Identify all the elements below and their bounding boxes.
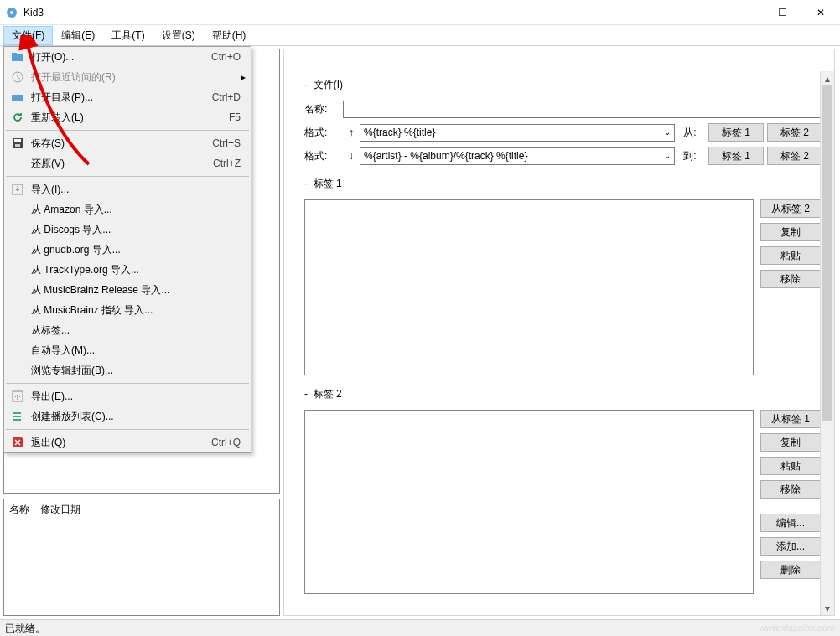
tag1-remove-button[interactable]: 移除 (760, 270, 821, 288)
scrollbar-thumb[interactable] (822, 85, 832, 421)
svg-rect-12 (13, 416, 21, 417)
playlist-icon (9, 410, 26, 423)
format1-combo[interactable]: %{track} %{title}⌄ (360, 124, 675, 142)
tag2-paste-button[interactable]: 粘贴 (760, 457, 821, 475)
from-tag2-button[interactable]: 标签 2 (767, 123, 822, 142)
menu-settings[interactable]: 设置(S) (153, 26, 204, 45)
tag1-paste-button[interactable]: 粘贴 (760, 246, 821, 265)
from-tag1-button[interactable]: 标签 1 (708, 123, 764, 142)
up-arrow-icon: ↑ (343, 127, 360, 138)
name-label: 名称: (304, 102, 343, 116)
to-tag1-button[interactable]: 标签 1 (708, 147, 764, 165)
tag2-box[interactable] (304, 410, 754, 594)
format2-combo[interactable]: %{artist} - %{album}/%{track} %{title}⌄ (360, 147, 675, 165)
svg-point-1 (10, 11, 13, 14)
menu-open[interactable]: 打开(O)...Ctrl+O (4, 47, 251, 67)
format1-label: 格式: (304, 126, 343, 140)
scroll-down-icon[interactable]: ▾ (821, 601, 834, 615)
svg-rect-3 (12, 53, 17, 55)
menu-import-tags[interactable]: 从标签... (4, 320, 251, 340)
svg-rect-7 (14, 139, 21, 142)
tag2-from-tag1-button[interactable]: 从标签 1 (760, 410, 821, 428)
minimize-button[interactable]: — (724, 0, 763, 25)
reload-icon (9, 111, 26, 124)
chevron-right-icon: ▸ (241, 71, 246, 83)
svg-rect-8 (15, 144, 20, 147)
status-text: 已就绪。 (5, 623, 45, 634)
import-icon (9, 183, 26, 196)
svg-rect-5 (12, 95, 23, 101)
folder-icon (9, 90, 26, 104)
menu-import-discogs[interactable]: 从 Discogs 导入... (4, 220, 251, 240)
tag2-section-label[interactable]: - 标签 2 (304, 387, 822, 401)
tag2-delete-button[interactable]: 删除 (760, 561, 821, 579)
menu-browse-cover[interactable]: 浏览专辑封面(B)... (4, 360, 251, 380)
down-arrow-icon: ↓ (343, 150, 360, 162)
format2-label: 格式: (304, 149, 343, 163)
menu-export[interactable]: 导出(E)... (4, 386, 251, 406)
menu-import-mb-release[interactable]: 从 MusicBrainz Release 导入... (4, 280, 251, 300)
tag1-from-tag2-button[interactable]: 从标签 2 (760, 199, 821, 218)
svg-rect-13 (13, 419, 21, 421)
col-name: 名称 (9, 504, 29, 515)
to-tag2-button[interactable]: 标签 2 (767, 147, 822, 165)
status-bar: 已就绪。 (0, 619, 840, 636)
menu-open-recent[interactable]: 打开最近访问的(R)▸ (4, 67, 251, 87)
tag2-copy-button[interactable]: 复制 (760, 433, 821, 452)
tag1-section-label[interactable]: - 标签 1 (304, 177, 822, 191)
menu-import-amazon[interactable]: 从 Amazon 导入... (4, 199, 251, 220)
chevron-down-icon: ⌄ (664, 127, 671, 137)
menu-create-playlist[interactable]: 创建播放列表(C)... (4, 406, 251, 427)
window-title: Kid3 (23, 7, 724, 18)
menu-edit[interactable]: 编辑(E) (53, 26, 103, 45)
tag2-remove-button[interactable]: 移除 (760, 480, 821, 499)
menu-save[interactable]: 保存(S)Ctrl+S (4, 133, 251, 153)
file-section-label[interactable]: - 文件(I) (304, 78, 822, 92)
from-label: 从: (675, 126, 705, 140)
export-icon (9, 390, 26, 403)
menu-import-mb-fp[interactable]: 从 MusicBrainz 指纹 导入... (4, 300, 251, 320)
quit-icon (9, 436, 26, 449)
menu-reload[interactable]: 重新装入(L)F5 (4, 107, 251, 127)
file-menu-dropdown: 打开(O)...Ctrl+O 打开最近访问的(R)▸ 打开目录(P)...Ctr… (3, 46, 251, 453)
scroll-up-icon[interactable]: ▴ (821, 71, 834, 85)
tag2-edit-button[interactable]: 编辑... (760, 514, 821, 532)
menu-import-gnudb[interactable]: 从 gnudb.org 导入... (4, 240, 251, 260)
maximize-button[interactable]: ☐ (763, 0, 801, 25)
menu-bar: 文件(F) 编辑(E) 工具(T) 设置(S) 帮助(H) (0, 25, 840, 46)
title-bar: Kid3 — ☐ ✕ (0, 0, 840, 25)
app-icon (5, 6, 18, 19)
folder-open-icon (9, 50, 26, 64)
tag1-copy-button[interactable]: 复制 (760, 223, 821, 241)
menu-open-dir[interactable]: 打开目录(P)...Ctrl+D (4, 87, 251, 107)
to-label: 到: (675, 149, 705, 163)
menu-help[interactable]: 帮助(H) (204, 26, 255, 45)
menu-restore[interactable]: 还原(V)Ctrl+Z (4, 153, 251, 173)
menu-import[interactable]: 导入(I)... (4, 179, 251, 199)
name-input[interactable] (343, 101, 822, 118)
close-button[interactable]: ✕ (801, 0, 840, 25)
menu-file[interactable]: 文件(F) (3, 26, 53, 45)
menu-import-tracktype[interactable]: 从 TrackType.org 导入... (4, 260, 251, 280)
tag1-box[interactable] (304, 199, 754, 375)
menu-auto-import[interactable]: 自动导入(M)... (4, 340, 251, 360)
save-icon (9, 137, 26, 150)
col-date: 修改日期 (40, 504, 80, 515)
tag2-add-button[interactable]: 添加... (760, 537, 821, 556)
vertical-scrollbar[interactable]: ▴ ▾ (820, 71, 834, 615)
file-meta-panel: 名称 修改日期 (3, 499, 280, 616)
menu-quit[interactable]: 退出(Q)Ctrl+Q (4, 432, 251, 452)
clock-icon (9, 70, 26, 84)
svg-rect-11 (13, 412, 21, 414)
menu-tools[interactable]: 工具(T) (103, 26, 153, 45)
main-panel: - 文件(I) 名称: 格式: ↑ %{track} %{title}⌄ 从: … (283, 49, 835, 616)
chevron-down-icon: ⌄ (664, 151, 671, 160)
